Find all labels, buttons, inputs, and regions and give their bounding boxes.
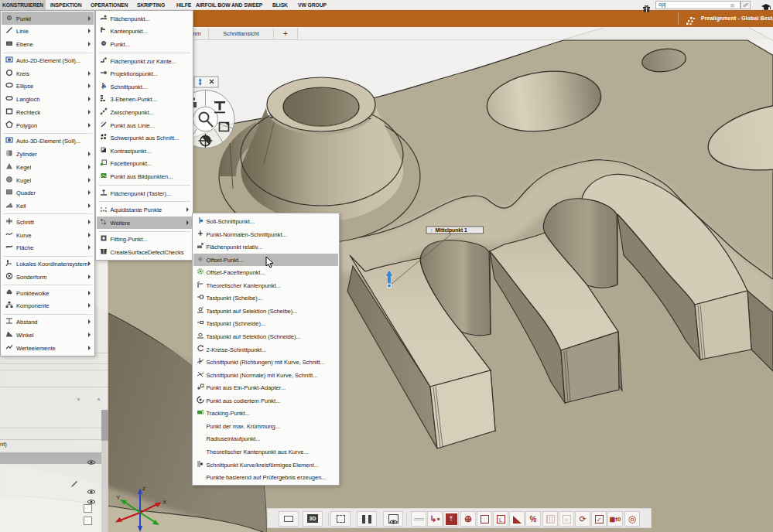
svg-text:Mittelpunkt 1: Mittelpunkt 1 [436, 227, 468, 234]
svg-text:X: X [162, 499, 167, 506]
svg-text:Y: Y [116, 494, 121, 501]
svg-text:z: z [142, 485, 145, 492]
svg-text:↕: ↕ [430, 227, 433, 233]
